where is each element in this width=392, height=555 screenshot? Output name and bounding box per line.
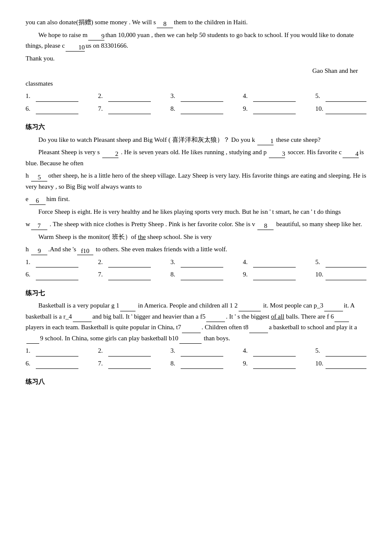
intro-ans-10: 10. [315, 104, 366, 115]
s6-p5: Force Sheep is eight. He is very healthy… [26, 207, 366, 218]
s6-ans-2: 2. [98, 257, 170, 268]
intro-text-1b: them to the children in Haiti. [174, 19, 248, 26]
intro-text-2c: us on 83301666. [86, 42, 128, 49]
blank-p3-7 [324, 311, 343, 311]
blank-l2 [239, 311, 261, 311]
blank-g1 [120, 311, 135, 311]
blank-t8 [249, 333, 268, 333]
intro-ans-1: 1. [26, 91, 98, 102]
intro-ans-8: 8. [170, 104, 243, 115]
s6-ans-1: 1. [26, 257, 98, 268]
section6-title: 练习六 [26, 122, 366, 133]
section8: 练习八 [26, 377, 366, 388]
intro-ans-2: 2. [98, 91, 170, 102]
s6-p4: e6him first. [26, 194, 366, 205]
s6-p2: Pleasant Sheep is very s 2 . He is seven… [26, 147, 366, 169]
blank-f5 [206, 322, 225, 322]
intro-section: you can also donate(捐赠) some money . We … [26, 17, 366, 114]
s6-p1: Do you like to watch Pleasant sheep and … [26, 135, 366, 146]
s6-ans-7: 7. [98, 269, 170, 280]
s6-ans-6: 6. [26, 269, 98, 280]
blank-w7: 7 [31, 222, 47, 230]
blank-e6: 6 [29, 197, 46, 205]
s7-ans-8: 8. [170, 358, 243, 369]
s7-ans-6: 6. [26, 358, 98, 369]
blank-m9: 9 [88, 32, 104, 40]
s6-answer-row2: 6. 7. 8. 9. 10. [26, 269, 366, 280]
blank-k1: 1 [257, 137, 274, 145]
s6-ans-10: 10. [315, 269, 366, 280]
intro-answer-row2: 6. 7. 8. 9. 10. [26, 104, 366, 115]
blank-b10 [179, 343, 202, 344]
s7-answer-row2: 6. 7. 8. 9. 10. [26, 358, 366, 369]
s7-ans-4: 4. [243, 345, 315, 357]
blank-p3: 3 [269, 150, 285, 158]
s7-ans-10: 10. [315, 358, 366, 369]
s6-ans-8: 8. [170, 269, 243, 280]
s6-ans-9: 9. [243, 269, 315, 280]
s7-ans-7: 7. [98, 358, 170, 369]
s7-ans-2: 2. [98, 345, 170, 357]
section7-title: 练习七 [26, 288, 366, 299]
intro-ans-3: 3. [170, 91, 243, 102]
blank-c4: 4 [343, 150, 359, 158]
s7-ans-5: 5. [315, 345, 366, 357]
s6-p6: w7 . The sheep with nice clothes is Pret… [26, 219, 366, 230]
blank-t7 [182, 333, 201, 333]
s7-answer-row1: 1. 2. 3. 4. 5. [26, 345, 366, 357]
s6-ans-4: 4. [243, 257, 315, 268]
blank-f6 [334, 322, 349, 322]
intro-ans-5: 5. [315, 91, 366, 102]
blank-s8: 8 [157, 20, 173, 28]
s7-ans-9: 9. [243, 358, 315, 369]
blank-c10: 10 [66, 43, 85, 52]
blank-s2: 2 [102, 150, 118, 158]
section8-title: 练习八 [26, 377, 366, 388]
signature-classmates: classmates [26, 78, 366, 89]
blank-h5: 5 [31, 173, 47, 181]
section7: 练习七 Basketball is a very popular g 1 in … [26, 288, 366, 369]
s6-answer-row1: 1. 2. 3. 4. 5. [26, 257, 366, 268]
intro-ans-7: 7. [98, 104, 170, 115]
s6-p8: h 9.And she 'sf10 to others. She even ma… [26, 244, 366, 255]
intro-line3: Thank you. [26, 53, 366, 64]
intro-line2: We hope to raise m9than 10,000 yuan , th… [26, 30, 366, 52]
intro-ans-6: 6. [26, 104, 98, 115]
s6-p7: Warm Sheep is the monitor( 班长）of the she… [26, 232, 366, 243]
s7-p1: Basketball is a very popular g 1 in Amer… [26, 300, 366, 344]
s7-ans-3: 3. [170, 345, 243, 357]
s7-ans-1: 1. [26, 345, 98, 357]
intro-ans-9: 9. [243, 104, 315, 115]
intro-line1: you can also donate(捐赠) some money . We … [26, 17, 366, 28]
blank-v8: 8 [257, 222, 274, 230]
intro-ans-4: 4. [243, 91, 315, 102]
intro-text-1a: you can also donate(捐赠) some money . We … [26, 19, 156, 26]
s6-ans-5: 5. [315, 257, 366, 268]
blank-a9 [26, 343, 39, 344]
section6: 练习六 Do you like to watch Pleasant sheep … [26, 122, 366, 280]
blank-h9: 9 [31, 247, 47, 255]
signature-text: Gao Shan and her [312, 67, 358, 74]
s6-ans-3: 3. [170, 257, 243, 268]
signature-line: Gao Shan and her [26, 66, 366, 77]
blank-r4 [73, 322, 92, 322]
s6-p3: h 5other sheep, he is a little hero of t… [26, 170, 366, 192]
blank-f10: f10 [77, 247, 93, 255]
intro-text-2a: We hope to raise m [38, 32, 87, 38]
intro-answer-row1: 1. 2. 3. 4. 5. [26, 91, 366, 102]
